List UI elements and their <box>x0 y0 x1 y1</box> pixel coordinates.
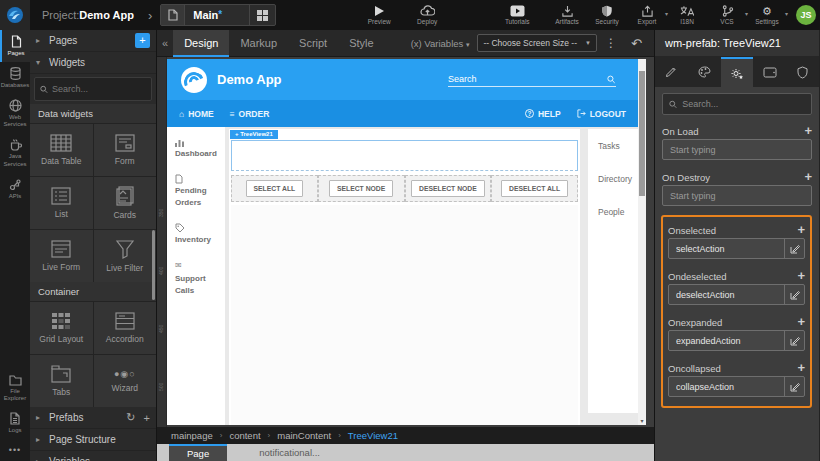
widgets-section-header[interactable]: ▾ Widgets <box>30 52 156 74</box>
on-destroy-input[interactable] <box>670 191 811 201</box>
edit-action-button[interactable] <box>784 239 804 258</box>
events-search-input[interactable] <box>682 99 805 109</box>
app-search-input[interactable] <box>448 72 607 86</box>
page-selector[interactable]: Main* <box>160 4 276 26</box>
canvas-scrollbar[interactable]: ▾ <box>638 59 646 425</box>
on-load-input[interactable] <box>670 145 811 155</box>
rail-item-apis[interactable]: APIs <box>0 173 30 205</box>
variables-button[interactable]: (x) Variables ▾ <box>411 38 470 49</box>
preview-button[interactable]: Preview <box>362 5 396 25</box>
sidenav-inventory[interactable]: Inventory <box>175 223 225 246</box>
right-list-tasks[interactable]: Tasks <box>598 141 638 151</box>
scrollbar-down-icon[interactable]: ▾ <box>638 417 646 424</box>
refresh-icon[interactable]: ↻ <box>126 411 135 424</box>
nav-help[interactable]: ?HELP <box>525 109 561 119</box>
select-node-button[interactable]: SELECT NODE <box>329 180 393 197</box>
breadcrumb-mainpage[interactable]: mainpage <box>171 430 213 441</box>
oncollapsed-input[interactable] <box>676 382 784 392</box>
more-options-button[interactable]: ⋮ <box>605 36 617 50</box>
rail-item-logs[interactable]: Logs <box>0 407 30 439</box>
widget-tile-live-filter[interactable]: Live Filter <box>94 230 157 282</box>
widget-tile-wizard[interactable]: ●◉○ Wizard <box>94 355 157 407</box>
widget-tile-data-table[interactable]: Data Table <box>30 124 93 176</box>
onexpanded-input[interactable] <box>676 336 784 346</box>
sidenav-support-calls[interactable]: ✉ Support Calls <box>175 260 225 297</box>
widget-tile-accordion[interactable]: Accordion <box>94 302 157 354</box>
treeview-widget[interactable] <box>231 140 578 171</box>
tab-design[interactable]: Design <box>173 30 229 57</box>
sidenav-pending-orders[interactable]: Pending Orders <box>175 174 225 209</box>
bottom-tab-page[interactable]: Page <box>169 444 227 461</box>
screen-size-select[interactable]: -- Choose Screen Size -- ▼ <box>477 34 597 52</box>
rail-item-pages[interactable]: Pages <box>0 30 30 62</box>
right-list-people[interactable]: People <box>598 207 638 217</box>
rail-item-web-services[interactable]: Web Services <box>0 94 30 134</box>
bottom-tab-notification[interactable]: notificational... <box>241 444 338 461</box>
tab-properties[interactable] <box>655 57 688 87</box>
variables-section-header[interactable]: ▸ Variables <box>30 451 156 461</box>
tab-events[interactable] <box>721 57 754 87</box>
wavemaker-logo[interactable] <box>0 0 30 30</box>
tutorials-button[interactable]: Tutorials <box>500 5 534 25</box>
tab-devices[interactable] <box>753 57 786 87</box>
deselect-all-button[interactable]: DESELECT ALL <box>501 180 568 197</box>
prefabs-section-header[interactable]: ▸ Prefabs ↻ + <box>30 407 156 429</box>
widget-tile-list[interactable]: List <box>30 177 93 229</box>
page-grid-icon[interactable] <box>249 5 275 25</box>
widget-search-input[interactable] <box>52 84 146 94</box>
page-structure-section-header[interactable]: ▸ Page Structure <box>30 429 156 451</box>
nav-logout[interactable]: LOGOUT <box>577 109 626 119</box>
tab-markup[interactable]: Markup <box>229 30 288 57</box>
widget-tile-grid-layout[interactable]: Grid Layout <box>30 302 93 354</box>
tab-styles[interactable] <box>688 57 721 87</box>
edit-action-button[interactable] <box>784 377 804 396</box>
select-all-button[interactable]: SELECT ALL <box>246 180 304 197</box>
vcs-button[interactable]: ▾ VCS <box>712 5 742 25</box>
tab-security-shield[interactable] <box>786 57 819 87</box>
rail-more-button[interactable]: ••• <box>0 439 30 461</box>
deselect-node-button[interactable]: DESELECT NODE <box>411 180 485 197</box>
tab-style[interactable]: Style <box>338 30 384 57</box>
add-event-button[interactable]: + <box>797 224 805 236</box>
add-event-button[interactable]: + <box>797 362 805 374</box>
ondeselected-input[interactable] <box>676 290 784 300</box>
breadcrumb-content[interactable]: content <box>229 430 260 441</box>
nav-order[interactable]: ≡ORDER <box>230 109 270 119</box>
add-event-button[interactable]: + <box>804 125 812 137</box>
undo-button[interactable]: ↶ <box>631 36 642 51</box>
tab-script[interactable]: Script <box>288 30 338 57</box>
events-search[interactable] <box>662 93 812 115</box>
add-event-button[interactable]: + <box>804 171 812 183</box>
deploy-button[interactable]: Deploy <box>410 5 444 25</box>
i18n-button[interactable]: I18N <box>672 5 702 25</box>
add-page-button[interactable]: + <box>135 33 150 48</box>
security-button[interactable]: Security <box>592 5 622 25</box>
rail-item-java-services[interactable]: Java Services <box>0 133 30 173</box>
export-button[interactable]: ▾ Export <box>632 5 662 25</box>
widget-tile-live-form[interactable]: Live Form <box>30 230 93 282</box>
onselected-input[interactable] <box>676 244 784 254</box>
artifacts-button[interactable]: Artifacts <box>552 5 582 25</box>
breadcrumb-treeview21[interactable]: TreeView21 <box>348 430 398 441</box>
treeview-widget-chip[interactable]: + TreeView21 <box>230 130 278 139</box>
widget-tile-form[interactable]: Form <box>94 124 157 176</box>
panel-scrollbar[interactable] <box>152 230 155 300</box>
edit-action-button[interactable] <box>784 285 804 304</box>
right-list-directory[interactable]: Directory <box>598 174 638 184</box>
add-prefab-button[interactable]: + <box>144 412 150 424</box>
widget-tile-tabs[interactable]: Tabs <box>30 355 93 407</box>
widget-tile-cards[interactable]: Cards <box>94 177 157 229</box>
add-event-button[interactable]: + <box>797 270 805 282</box>
collapse-left-panel-button[interactable]: « <box>157 37 173 49</box>
edit-action-button[interactable] <box>784 331 804 350</box>
settings-button[interactable]: ⚙ ▾ Settings <box>752 5 782 25</box>
pages-section-header[interactable]: ▸ Pages + <box>30 30 156 52</box>
add-event-button[interactable]: + <box>797 316 805 328</box>
sidenav-dashboard[interactable]: Dashboard <box>175 139 225 160</box>
nav-home[interactable]: ⌂HOME <box>179 109 214 119</box>
user-avatar[interactable]: JS <box>796 5 816 25</box>
app-search[interactable] <box>448 72 616 87</box>
scrollbar-thumb[interactable] <box>639 71 645 196</box>
rail-item-databases[interactable]: Databases <box>0 62 30 94</box>
rail-item-file-explorer[interactable]: File Explorer <box>0 369 30 408</box>
